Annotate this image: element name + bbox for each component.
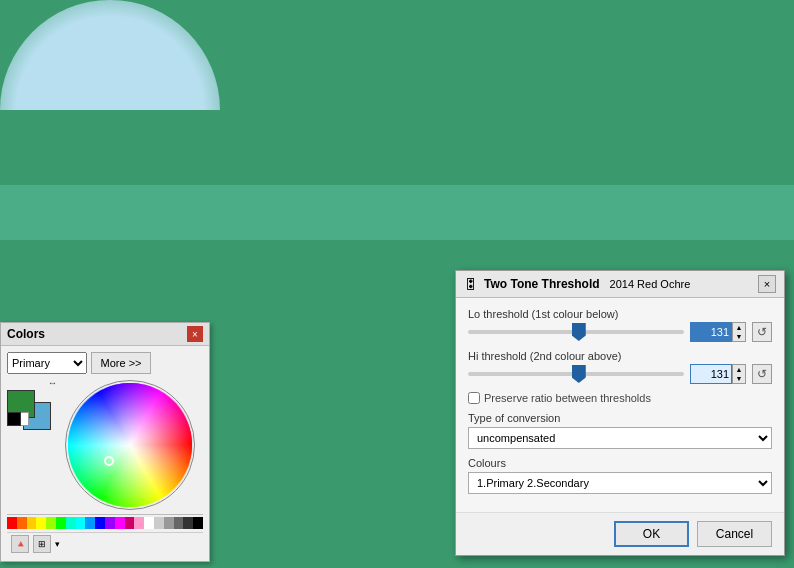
tool-arrow[interactable]: ▾ xyxy=(55,539,60,549)
palette-cell[interactable] xyxy=(7,517,17,529)
palette-cell[interactable] xyxy=(46,517,56,529)
preset-select[interactable]: Primary Secondary Custom xyxy=(7,352,87,374)
hi-spin: ▲ ▼ xyxy=(732,364,746,384)
dialog: 🎛 Two Tone Threshold 2014 Red Ochre × Lo… xyxy=(455,270,785,556)
lo-threshold-input[interactable]: 131 xyxy=(690,322,732,342)
palette-cell[interactable] xyxy=(174,517,184,529)
palette-cell[interactable] xyxy=(144,517,154,529)
canvas-band xyxy=(0,185,794,240)
more-button[interactable]: More >> xyxy=(91,352,151,374)
ok-button[interactable]: OK xyxy=(614,521,689,547)
hi-threshold-label: Hi threshold (2nd colour above) xyxy=(468,350,772,362)
dialog-title: Two Tone Threshold 2014 Red Ochre xyxy=(484,277,690,291)
palette-cell[interactable] xyxy=(183,517,193,529)
lo-spin-up[interactable]: ▲ xyxy=(733,323,745,332)
hi-threshold-row: Hi threshold (2nd colour above) 131 ▲ ▼ … xyxy=(468,350,772,384)
lo-slider-row: 131 ▲ ▼ ↺ xyxy=(468,322,772,342)
conversion-label: Type of conversion xyxy=(468,412,772,424)
palette-cell[interactable] xyxy=(105,517,115,529)
hi-reset-button[interactable]: ↺ xyxy=(752,364,772,384)
lo-threshold-label: Lo threshold (1st colour below) xyxy=(468,308,772,320)
hi-input-wrap: 131 ▲ ▼ xyxy=(690,364,746,384)
hi-threshold-slider[interactable] xyxy=(468,372,684,376)
lo-input-wrap: 131 ▲ ▼ xyxy=(690,322,746,342)
palette-cell[interactable] xyxy=(27,517,37,529)
palette-cell[interactable] xyxy=(115,517,125,529)
palette-cell[interactable] xyxy=(125,517,135,529)
dialog-footer: OK Cancel xyxy=(456,512,784,555)
swap-icon: ↔ xyxy=(48,378,57,388)
color-wheel-canvas[interactable] xyxy=(65,380,195,510)
swatch-container: ↔ xyxy=(7,380,57,426)
lo-spin: ▲ ▼ xyxy=(732,322,746,342)
colors-controls-row: Primary Secondary Custom More >> xyxy=(7,352,203,374)
preserve-checkbox[interactable] xyxy=(468,392,480,404)
colors-panel-titlebar: Colors × xyxy=(1,323,209,346)
color-wheel[interactable] xyxy=(65,380,195,510)
palette-cell[interactable] xyxy=(36,517,46,529)
palette-cell[interactable] xyxy=(164,517,174,529)
palette-cell[interactable] xyxy=(154,517,164,529)
palette-cell[interactable] xyxy=(95,517,105,529)
colors-panel-title: Colors xyxy=(7,327,45,341)
dialog-body: Lo threshold (1st colour below) 131 ▲ ▼ … xyxy=(456,298,784,512)
palette-cell[interactable] xyxy=(193,517,203,529)
palette-strip xyxy=(7,514,203,528)
palette-cell[interactable] xyxy=(56,517,66,529)
lo-spin-down[interactable]: ▼ xyxy=(733,332,745,341)
hi-threshold-input[interactable]: 131 xyxy=(690,364,732,384)
hi-slider-row: 131 ▲ ▼ ↺ xyxy=(468,364,772,384)
hi-spin-up[interactable]: ▲ xyxy=(733,365,745,374)
palette-cell[interactable] xyxy=(76,517,86,529)
tool-grid[interactable]: ⊞ xyxy=(33,535,51,553)
dialog-icon: 🎛 xyxy=(464,276,478,292)
preserve-label: Preserve ratio between thresholds xyxy=(484,392,651,404)
preserve-row: Preserve ratio between thresholds xyxy=(468,392,772,404)
dialog-close-button[interactable]: × xyxy=(758,275,776,293)
conversion-select[interactable]: uncompensated compensated luminosity xyxy=(468,427,772,449)
colors-panel-close-button[interactable]: × xyxy=(187,326,203,342)
hi-spin-down[interactable]: ▼ xyxy=(733,374,745,383)
palette-cell[interactable] xyxy=(17,517,27,529)
bottom-tools: 🔺 ⊞ ▾ xyxy=(7,532,203,555)
colors-panel-content: Primary Secondary Custom More >> ↔ xyxy=(1,346,209,561)
dialog-titlebar: 🎛 Two Tone Threshold 2014 Red Ochre × xyxy=(456,271,784,298)
cancel-button[interactable]: Cancel xyxy=(697,521,772,547)
colours-row: Colours 1.Primary 2.Secondary 1.Secondar… xyxy=(468,457,772,494)
colours-select[interactable]: 1.Primary 2.Secondary 1.Secondary 2.Prim… xyxy=(468,472,772,494)
conversion-row: Type of conversion uncompensated compens… xyxy=(468,412,772,449)
lo-threshold-row: Lo threshold (1st colour below) 131 ▲ ▼ … xyxy=(468,308,772,342)
tool-pipette[interactable]: 🔺 xyxy=(11,535,29,553)
dialog-title-left: 🎛 Two Tone Threshold 2014 Red Ochre xyxy=(464,276,690,292)
colors-panel: Colors × Primary Secondary Custom More >… xyxy=(0,322,210,562)
palette-cell[interactable] xyxy=(134,517,144,529)
palette-cell[interactable] xyxy=(66,517,76,529)
lo-threshold-slider[interactable] xyxy=(468,330,684,334)
palette-cell[interactable] xyxy=(85,517,95,529)
lo-reset-button[interactable]: ↺ xyxy=(752,322,772,342)
colours-label: Colours xyxy=(468,457,772,469)
black-default[interactable] xyxy=(7,412,21,426)
